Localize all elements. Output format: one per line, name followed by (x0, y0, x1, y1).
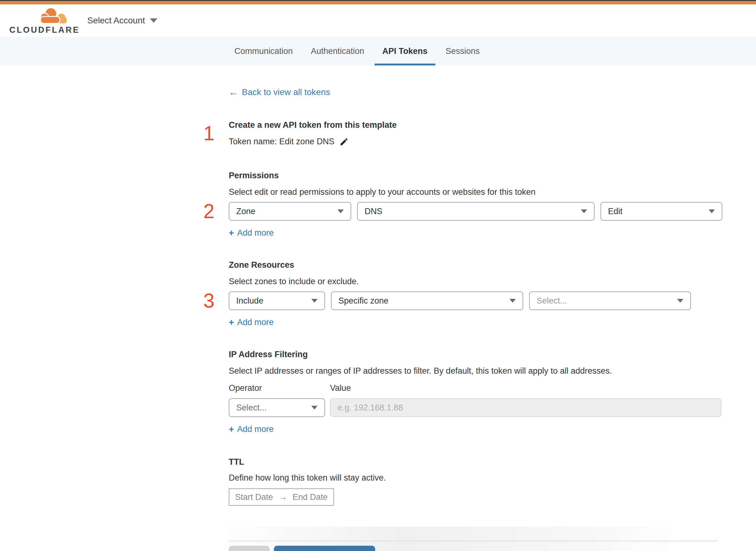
chevron-down-icon (510, 299, 516, 303)
step-number-3: 3 (203, 291, 214, 311)
permissions-select-row: 2 Zone DNS Edit (229, 202, 722, 221)
chevron-down-icon (311, 406, 317, 410)
chevron-down-icon (709, 209, 715, 213)
ip-filtering-description: Select IP addresses or ranges of IP addr… (229, 366, 722, 376)
ttl-section: TTL Define how long this token will stay… (229, 457, 722, 506)
footer-divider (229, 541, 718, 541)
app-header: CLOUDFLARE Select Account (0, 4, 756, 37)
add-more-label: Add more (237, 425, 273, 434)
permissions-add-more-link[interactable]: + Add more (229, 228, 273, 238)
token-intro-block: 1 Create a new API token from this templ… (229, 120, 722, 146)
permission-group-value: DNS (364, 207, 383, 216)
cloudflare-logo[interactable]: CLOUDFLARE (9, 7, 69, 35)
zone-kind-value: Specific zone (338, 296, 389, 306)
zone-resources-description: Select zones to include or exclude. (229, 277, 722, 287)
tab-authentication[interactable]: Authentication (303, 37, 372, 65)
plus-icon: + (229, 228, 234, 237)
step-number-1: 1 (203, 123, 214, 143)
cloudflare-cloud-icon (9, 7, 69, 25)
zone-include-select[interactable]: Include (229, 292, 325, 310)
zone-picker-select[interactable]: Select... (529, 292, 691, 310)
value-label: Value (330, 383, 351, 393)
plus-icon: + (229, 318, 234, 327)
profile-tabbar: Communication Authentication API Tokens … (0, 37, 756, 65)
logo-wordmark: CLOUDFLARE (9, 25, 69, 35)
back-to-tokens-link[interactable]: ← Back to view all tokens (229, 87, 330, 97)
chevron-down-icon (150, 18, 157, 23)
edit-pencil-icon[interactable] (339, 137, 349, 146)
tab-communication[interactable]: Communication (226, 37, 301, 65)
end-date-placeholder: End Date (292, 492, 328, 502)
chevron-down-icon (311, 299, 317, 303)
operator-label: Operator (229, 383, 330, 393)
zone-resources-section: Zone Resources Select zones to include o… (229, 260, 722, 327)
zone-picker-placeholder: Select... (537, 296, 567, 306)
add-more-label: Add more (237, 228, 273, 238)
zone-kind-select[interactable]: Specific zone (331, 292, 523, 310)
range-arrow-icon: → (278, 492, 287, 502)
page-title: Create a new API token from this templat… (229, 120, 722, 130)
ip-filtering-labels-row: Operator Value (229, 383, 722, 393)
ip-operator-select[interactable]: Select... (229, 398, 325, 417)
token-name-row: Token name: Edit zone DNS (229, 137, 722, 146)
token-template-form: ← Back to view all tokens 1 Create a new… (229, 65, 722, 551)
ip-operator-placeholder: Select... (236, 403, 267, 413)
ttl-description: Define how long this token will stay act… (229, 473, 722, 483)
add-more-label: Add more (237, 318, 273, 327)
zone-resources-add-more-link[interactable]: + Add more (229, 318, 273, 327)
step-number-2: 2 (203, 201, 214, 221)
brand-accent-bar (0, 1, 756, 4)
permissions-section: Permissions Select edit or read permissi… (229, 171, 722, 238)
ip-filtering-add-more-link[interactable]: + Add more (229, 425, 273, 434)
permissions-description: Select edit or read permissions to apply… (229, 187, 722, 197)
tab-sessions[interactable]: Sessions (438, 37, 488, 65)
tab-api-tokens[interactable]: API Tokens (374, 37, 435, 65)
back-link-label: Back to view all tokens (242, 87, 330, 97)
token-name-text: Token name: Edit zone DNS (229, 137, 334, 146)
permission-scope-value: Zone (236, 207, 255, 216)
permission-level-select[interactable]: Edit (601, 202, 722, 221)
plus-icon: + (229, 425, 234, 434)
ip-filtering-section: IP Address Filtering Select IP addresses… (229, 350, 722, 434)
zone-include-value: Include (236, 296, 263, 306)
continue-to-summary-button[interactable]: Continue to summary (274, 546, 375, 551)
ip-value-input[interactable] (330, 398, 721, 417)
permission-group-select[interactable]: DNS (357, 202, 595, 221)
permission-scope-select[interactable]: Zone (229, 202, 351, 221)
cancel-button[interactable]: Cancel (229, 546, 269, 551)
chevron-down-icon (581, 209, 587, 213)
back-arrow-icon: ← (229, 88, 238, 97)
footer-actions: Cancel Continue to summary (229, 546, 722, 551)
zone-resources-select-row: 3 Include Specific zone Select... (229, 292, 722, 310)
account-selector-label: Select Account (87, 16, 145, 26)
ttl-date-range-picker[interactable]: Start Date → End Date (229, 488, 334, 506)
zone-resources-heading: Zone Resources (229, 260, 722, 270)
permission-level-value: Edit (608, 207, 623, 216)
account-selector[interactable]: Select Account (87, 16, 157, 26)
ttl-heading: TTL (229, 457, 722, 467)
start-date-placeholder: Start Date (235, 492, 273, 502)
permissions-heading: Permissions (229, 171, 722, 180)
chevron-down-icon (677, 299, 683, 303)
ip-filtering-input-row: Select... (229, 398, 722, 417)
ip-filtering-heading: IP Address Filtering (229, 350, 722, 359)
chevron-down-icon (337, 209, 344, 213)
